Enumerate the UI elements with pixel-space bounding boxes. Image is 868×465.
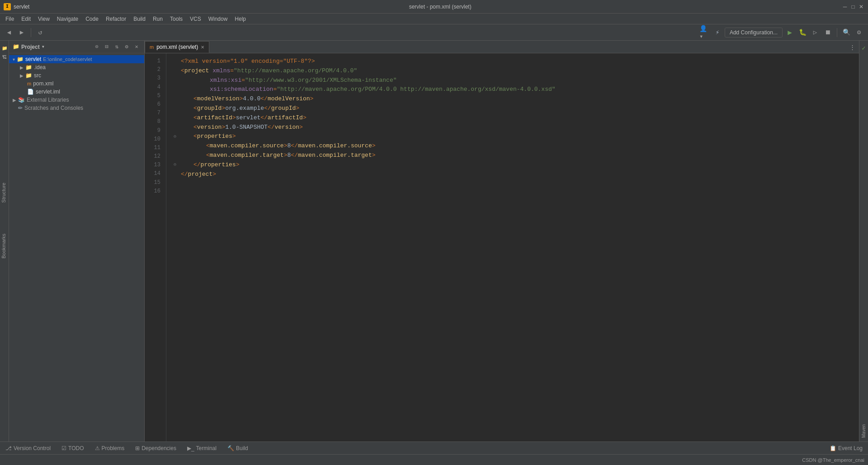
menu-build[interactable]: Build <box>130 15 149 23</box>
code-line-11: ⊖<properties> <box>174 132 852 141</box>
menu-code[interactable]: Code <box>82 15 102 23</box>
structure-label[interactable]: Structure <box>0 181 7 205</box>
tab-todo[interactable]: ☑ TODO <box>60 445 85 451</box>
code-line-14: ⊖</properties> <box>174 160 852 170</box>
lightning-button[interactable]: ⚡ <box>712 27 723 38</box>
right-sidebar: ✓ Maven <box>859 41 868 442</box>
tab-event-log[interactable]: 📋 Event Log <box>828 445 864 451</box>
folder-icon: 📁 <box>13 43 19 50</box>
event-log-icon: 📋 <box>830 445 836 451</box>
tree-item-servlet-iml[interactable]: 📄 servlet.iml <box>9 88 144 96</box>
fold-icon-16[interactable]: ⊖ <box>174 171 179 178</box>
minimize-button[interactable]: ─ <box>842 4 848 10</box>
search-button[interactable]: 🔍 <box>841 27 852 38</box>
menu-view[interactable]: View <box>34 15 53 23</box>
stop-button[interactable]: ⏹ <box>822 27 833 38</box>
code-line-13: <maven.compiler.target>8</maven.compiler… <box>174 151 852 160</box>
tree-label-src: src <box>34 72 41 79</box>
tree-label-pom: pom.xml <box>33 80 53 87</box>
settings-icon[interactable]: ⚙ <box>123 43 131 51</box>
status-bar: CSDN @The_emperor_cnai <box>0 454 868 465</box>
tab-terminal[interactable]: ▶_ Terminal <box>185 445 218 451</box>
close-panel-icon[interactable]: ✕ <box>132 43 141 51</box>
tree-item-scratches[interactable]: ▶ ✏ Scratches and Consoles <box>9 104 144 112</box>
forward-button[interactable]: ▶ <box>16 27 27 38</box>
fold-icon-14[interactable]: ⊖ <box>174 161 179 169</box>
project-sidebar-icon[interactable]: 📁 <box>1 44 8 52</box>
code-line-8: <artifactId>servlet</artifactId> <box>174 113 852 123</box>
close-button[interactable]: ✕ <box>858 4 864 10</box>
debug-button[interactable]: 🐛 <box>797 27 808 38</box>
code-line-4: xsi:schemaLocation="http://maven.apache.… <box>174 85 852 94</box>
tree-item-external-libs[interactable]: ▶ 📚 External Libraries <box>9 96 144 104</box>
tab-dependencies[interactable]: ⊞ Dependencies <box>133 445 178 451</box>
revert-button[interactable]: ↺ <box>35 27 46 38</box>
file-tree: ▾ 📁 servlet E:\online_code\servlet ▶ 📁 .… <box>9 53 144 442</box>
menu-help[interactable]: Help <box>231 15 250 23</box>
terminal-label: Terminal <box>196 445 217 451</box>
toolbar-separator-1 <box>31 28 31 37</box>
sort-icon[interactable]: ⇅ <box>113 43 121 51</box>
menu-edit[interactable]: Edit <box>18 15 34 23</box>
version-control-icon: ⎇ <box>5 445 12 451</box>
problems-label: Problems <box>102 445 125 451</box>
project-label: Project <box>21 44 40 50</box>
code-line-12: <maven.compiler.source>8</maven.compiler… <box>174 141 852 151</box>
problems-icon: ⚠ <box>95 445 100 451</box>
build-label: Build <box>236 445 248 451</box>
maximize-button[interactable]: □ <box>850 4 856 10</box>
coverage-button[interactable]: ▷ <box>810 27 821 38</box>
bottom-bar: ⎇ Version Control ☑ TODO ⚠ Problems ⊞ De… <box>0 442 868 454</box>
tree-path-servlet: E:\online_code\servlet <box>43 56 92 62</box>
menu-refactor[interactable]: Refactor <box>102 15 130 23</box>
code-content[interactable]: <?xml version="1.0" encoding="UTF-8"?> <… <box>166 53 859 442</box>
menu-run[interactable]: Run <box>149 15 166 23</box>
menu-window[interactable]: Window <box>205 15 231 23</box>
tree-item-pom[interactable]: m pom.xml <box>9 80 144 88</box>
tab-label: pom.xml (servlet) <box>156 44 198 50</box>
profile-button[interactable]: 👤▾ <box>699 27 710 38</box>
code-line-3: xmlns:xsi="http://www.w3.org/2001/XMLSch… <box>174 76 852 85</box>
project-panel: 📁 Project ▾ ⊙ ⊟ ⇅ ⚙ ✕ ▾ 📁 servlet E:\onl… <box>9 41 145 442</box>
tree-label-servlet-iml: servlet.iml <box>36 89 60 95</box>
status-right: CSDN @The_emperor_cnai <box>802 457 864 463</box>
menu-vcs[interactable]: VCS <box>186 15 205 23</box>
project-toolbar: ⊙ ⊟ ⇅ ⚙ ✕ <box>93 43 141 51</box>
build-icon: 🔨 <box>227 445 234 451</box>
todo-icon: ☑ <box>61 445 66 451</box>
tab-version-control[interactable]: ⎇ Version Control <box>4 445 52 451</box>
line-numbers: 12345 678910 1112131415 16 <box>145 53 166 442</box>
bookmarks-label[interactable]: Bookmarks <box>0 232 7 260</box>
code-line-5: <modelVersion>4.0.0</modelVersion> <box>174 94 852 104</box>
locate-file-icon[interactable]: ⊙ <box>93 43 101 51</box>
tab-more-button[interactable]: ⋮ <box>846 42 859 53</box>
add-configuration-button[interactable]: Add Configuration... <box>725 28 783 38</box>
menu-navigate[interactable]: Navigate <box>53 15 82 23</box>
tab-build[interactable]: 🔨 Build <box>226 445 250 451</box>
title-bar: I servlet servlet - pom.xml (servlet) ─ … <box>0 0 868 14</box>
menu-file[interactable]: File <box>2 15 18 23</box>
tree-label-ext-libs: External Libraries <box>27 97 69 103</box>
tab-problems[interactable]: ⚠ Problems <box>93 445 127 451</box>
back-button[interactable]: ◀ <box>4 27 14 38</box>
maven-icon[interactable]: Maven <box>859 423 868 440</box>
tab-pom-xml[interactable]: m pom.xml (servlet) ✕ <box>145 41 209 53</box>
tree-label-scratches: Scratches and Consoles <box>24 105 83 111</box>
window-controls: ─ □ ✕ <box>842 4 864 10</box>
project-dropdown-arrow[interactable]: ▾ <box>42 43 45 50</box>
tree-item-servlet-root[interactable]: ▾ 📁 servlet E:\online_code\servlet <box>9 55 144 63</box>
tree-label-servlet: servlet <box>25 56 41 62</box>
tree-item-src[interactable]: ▶ 📁 src <box>9 71 144 80</box>
code-line-1: <?xml version="1.0" encoding="UTF-8"?> <box>174 57 852 66</box>
settings-button[interactable]: ⚙ <box>854 27 864 38</box>
tab-close-button[interactable]: ✕ <box>201 45 204 50</box>
event-log-label: Event Log <box>838 445 863 451</box>
editor-area: m pom.xml (servlet) ✕ ⋮ 12345 678910 111… <box>145 41 859 442</box>
tree-item-idea[interactable]: ▶ 📁 .idea <box>9 63 144 71</box>
menu-tools[interactable]: Tools <box>166 15 186 23</box>
collapse-all-icon[interactable]: ⊟ <box>103 43 111 51</box>
run-button[interactable]: ▶ <box>784 27 795 38</box>
fold-icon-11[interactable]: ⊖ <box>174 133 179 141</box>
code-line-2: <project xmlns="http://maven.apache.org/… <box>174 66 852 76</box>
structure-sidebar-icon[interactable]: 🏗 <box>1 53 8 61</box>
